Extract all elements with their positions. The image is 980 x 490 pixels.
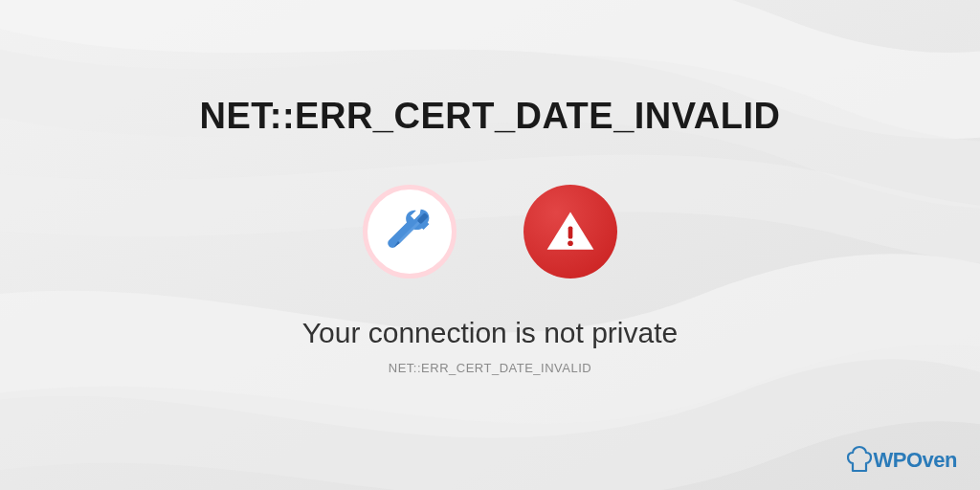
brand-name: WPOven bbox=[874, 448, 957, 473]
icon-row bbox=[363, 185, 617, 278]
error-code: NET::ERR_CERT_DATE_INVALID bbox=[389, 361, 591, 375]
main-content: NET::ERR_CERT_DATE_INVALID bbox=[0, 0, 980, 490]
svg-point-5 bbox=[568, 240, 573, 246]
chef-hat-icon bbox=[847, 444, 872, 473]
error-title: NET::ERR_CERT_DATE_INVALID bbox=[200, 96, 781, 137]
warning-icon bbox=[523, 185, 617, 278]
brand-logo: WPOven bbox=[847, 444, 957, 473]
error-subtitle: Your connection is not private bbox=[302, 317, 678, 349]
tools-icon bbox=[363, 185, 457, 278]
svg-rect-4 bbox=[568, 226, 573, 238]
